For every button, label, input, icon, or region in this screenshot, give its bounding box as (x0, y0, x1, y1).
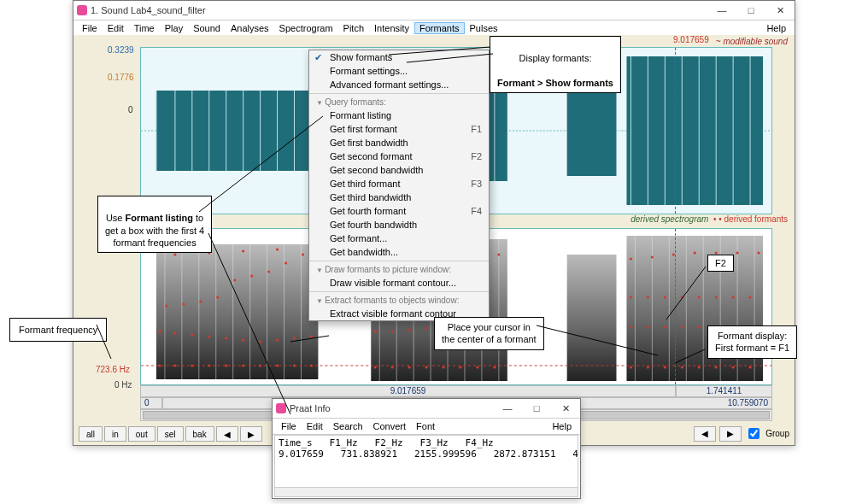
svg-point-128 (664, 325, 666, 328)
svg-point-78 (293, 337, 296, 339)
info-text[interactable]: Time_s F1_Hz F2_Hz F3_Hz F4_Hz 9.017659 … (274, 435, 578, 488)
menu-head-draw: Draw formants to picture window: (309, 263, 489, 276)
svg-point-92 (276, 248, 279, 250)
menu-get-bw1[interactable]: Get first bandwidth (309, 136, 489, 149)
svg-point-103 (391, 330, 394, 332)
btn-group-right[interactable]: ▶ (719, 426, 742, 442)
btn-all[interactable]: all (79, 426, 103, 442)
info-menu-convert[interactable]: Convert (368, 420, 412, 432)
menu-pulses[interactable]: Pulses (465, 22, 503, 34)
menu-sound[interactable]: Sound (188, 22, 226, 34)
svg-point-148 (757, 251, 760, 254)
svg-point-76 (259, 340, 261, 343)
wave-zero: 0 (128, 105, 133, 114)
spec-ymin: 0 Hz (114, 380, 132, 390)
svg-point-73 (208, 335, 210, 337)
menu-formant-settings[interactable]: Formant settings... (309, 64, 489, 78)
svg-point-95 (391, 366, 394, 368)
svg-rect-3 (567, 85, 617, 176)
btn-in[interactable]: in (104, 426, 126, 442)
svg-point-121 (681, 366, 683, 368)
callout-place-cursor: Place your cursor in the center of a for… (434, 317, 544, 350)
menu-play[interactable]: Play (160, 22, 188, 34)
btn-bak[interactable]: bak (185, 426, 214, 442)
info-menu-file[interactable]: File (276, 420, 302, 432)
svg-point-87 (284, 261, 287, 264)
svg-rect-33 (567, 255, 617, 381)
btn-scroll-right[interactable]: ▶ (240, 426, 262, 442)
menu-intensity[interactable]: Intensity (369, 22, 414, 34)
menu-get-f2[interactable]: Get second formantF2 (309, 149, 489, 163)
menu-get-formant[interactable]: Get formant... (309, 231, 489, 245)
maximize-button[interactable]: □ (736, 1, 765, 20)
app-icon (276, 403, 286, 413)
menu-get-f1[interactable]: Get first formantF1 (309, 122, 489, 136)
svg-rect-31 (156, 244, 318, 379)
formants-menu-dropdown: ✔Show formants Formant settings... Advan… (308, 50, 490, 321)
info-menu-font[interactable]: Font (411, 420, 440, 432)
info-title: Praat Info (290, 403, 493, 413)
svg-point-122 (698, 366, 701, 368)
info-menu-edit[interactable]: Edit (302, 420, 328, 432)
menu-edit[interactable]: Edit (103, 22, 129, 34)
svg-point-123 (715, 366, 718, 368)
svg-point-85 (250, 274, 253, 277)
group-checkbox[interactable] (748, 428, 760, 439)
menu-time[interactable]: Time (129, 22, 160, 34)
menu-get-f3[interactable]: Get third formantF3 (309, 177, 489, 190)
menu-get-bw3[interactable]: Get third bandwidth (309, 190, 489, 204)
btn-scroll-left[interactable]: ◀ (216, 426, 238, 442)
info-scroll-h[interactable] (274, 487, 578, 497)
menu-formant-listing[interactable]: Formant listing (309, 108, 489, 122)
svg-point-141 (748, 296, 751, 298)
btn-group-left[interactable]: ◀ (694, 426, 716, 442)
menu-show-formants[interactable]: ✔Show formants (309, 50, 489, 64)
svg-point-126 (630, 325, 632, 328)
info-menu-search[interactable]: Search (328, 420, 368, 432)
svg-point-118 (630, 366, 632, 368)
wave-sely: 0.1776 (108, 73, 134, 82)
cursor-time-label: 9.017659 (673, 35, 709, 44)
svg-point-72 (191, 333, 193, 336)
info-maximize[interactable]: □ (522, 399, 551, 418)
menu-get-bw4[interactable]: Get fourth bandwidth (309, 218, 489, 231)
svg-point-139 (715, 296, 718, 298)
svg-point-98 (442, 366, 444, 368)
svg-point-117 (497, 253, 500, 255)
derived-labels: derived spectrogram • • derived formants (630, 214, 788, 224)
spec-selhz: 723.6 Hz (96, 365, 130, 374)
menu-analyses[interactable]: Analyses (226, 22, 274, 34)
window-title: 1. Sound Lab4_sound_filter (91, 5, 707, 15)
menu-pitch[interactable]: Pitch (338, 22, 369, 34)
svg-point-89 (173, 253, 176, 255)
menu-formants[interactable]: Formants (414, 22, 464, 34)
svg-point-91 (242, 249, 244, 252)
menu-draw-contour[interactable]: Draw visible formant contour... (309, 276, 489, 290)
cursor-line-spec (675, 229, 676, 384)
btn-sel[interactable]: sel (157, 426, 184, 442)
btn-out[interactable]: out (128, 426, 155, 442)
svg-point-71 (173, 331, 176, 334)
menu-get-bw2[interactable]: Get second bandwidth (309, 163, 489, 177)
group-toggle: ◀ ▶ Group (694, 425, 789, 442)
svg-point-82 (199, 300, 202, 302)
svg-point-81 (182, 302, 185, 305)
svg-point-147 (736, 251, 739, 254)
menu-advanced-formant-settings[interactable]: Advanced formant settings... (309, 78, 489, 91)
info-menu-help[interactable]: Help (547, 420, 577, 432)
menu-file[interactable]: File (77, 22, 103, 34)
minimize-button[interactable]: — (707, 1, 736, 20)
svg-point-74 (225, 337, 227, 339)
menu-help[interactable]: Help (761, 22, 791, 34)
timebar-1[interactable]: 9.017659 1.741411 (140, 385, 772, 397)
svg-point-136 (664, 296, 666, 298)
close-button[interactable]: ✕ (765, 1, 795, 20)
svg-point-77 (276, 338, 279, 341)
menu-spectrogram[interactable]: Spectrogram (274, 22, 338, 34)
info-minimize[interactable]: — (493, 399, 522, 418)
svg-point-140 (732, 296, 735, 298)
svg-point-138 (698, 296, 701, 298)
menu-get-f4[interactable]: Get fourth formantF4 (309, 204, 489, 218)
info-close[interactable]: ✕ (551, 399, 580, 418)
menu-get-bandwidth[interactable]: Get bandwidth... (309, 245, 489, 259)
